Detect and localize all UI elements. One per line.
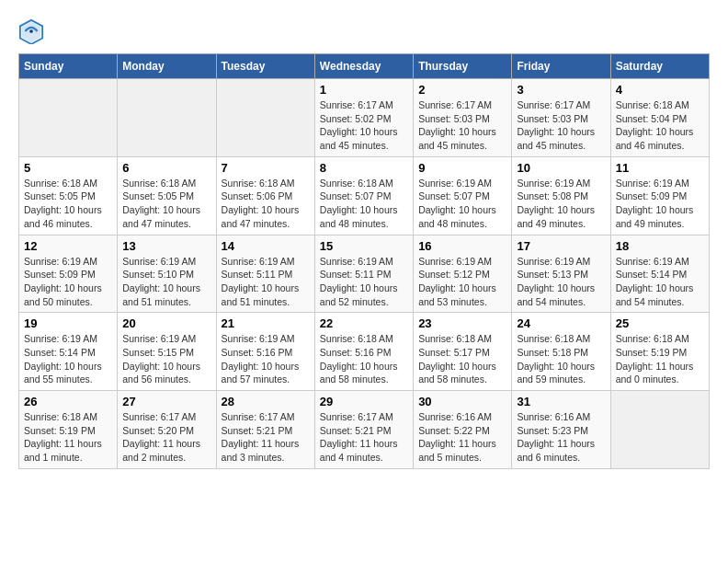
svg-point-2: [29, 29, 33, 33]
calendar-header: SundayMondayTuesdayWednesdayThursdayFrid…: [19, 54, 710, 79]
weekday-header-tuesday: Tuesday: [216, 54, 314, 79]
day-number: 7: [222, 161, 310, 175]
day-number: 12: [24, 239, 112, 253]
day-info: Sunrise: 6:18 AM Sunset: 5:19 PM Dayligh…: [24, 410, 112, 465]
calendar-cell: 10Sunrise: 6:19 AM Sunset: 5:08 PM Dayli…: [512, 156, 610, 235]
calendar-cell: 27Sunrise: 6:17 AM Sunset: 5:20 PM Dayli…: [118, 391, 216, 469]
day-number: 25: [616, 316, 704, 330]
calendar-cell: 7Sunrise: 6:18 AM Sunset: 5:06 PM Daylig…: [216, 156, 314, 235]
calendar-week-row: 5Sunrise: 6:18 AM Sunset: 5:05 PM Daylig…: [19, 156, 710, 235]
day-number: 13: [122, 239, 210, 253]
calendar-cell: 4Sunrise: 6:18 AM Sunset: 5:04 PM Daylig…: [610, 79, 709, 157]
calendar-cell: 24Sunrise: 6:18 AM Sunset: 5:18 PM Dayli…: [512, 313, 610, 391]
calendar-cell: 1Sunrise: 6:17 AM Sunset: 5:02 PM Daylig…: [314, 79, 413, 157]
calendar-cell: 12Sunrise: 6:19 AM Sunset: 5:09 PM Dayli…: [19, 235, 118, 313]
day-info: Sunrise: 6:19 AM Sunset: 5:11 PM Dayligh…: [320, 255, 408, 309]
calendar-cell: [118, 79, 216, 157]
calendar-cell: 20Sunrise: 6:19 AM Sunset: 5:15 PM Dayli…: [118, 313, 216, 391]
day-info: Sunrise: 6:17 AM Sunset: 5:21 PM Dayligh…: [222, 410, 310, 465]
day-info: Sunrise: 6:18 AM Sunset: 5:05 PM Dayligh…: [122, 177, 210, 231]
calendar-cell: 21Sunrise: 6:19 AM Sunset: 5:16 PM Dayli…: [216, 313, 314, 391]
calendar-cell: 31Sunrise: 6:16 AM Sunset: 5:23 PM Dayli…: [512, 391, 610, 469]
day-info: Sunrise: 6:18 AM Sunset: 5:06 PM Dayligh…: [222, 177, 310, 231]
day-number: 29: [320, 395, 408, 408]
calendar-cell: [610, 391, 709, 469]
day-number: 4: [616, 83, 704, 97]
calendar-cell: 26Sunrise: 6:18 AM Sunset: 5:19 PM Dayli…: [19, 391, 118, 469]
calendar-cell: 25Sunrise: 6:18 AM Sunset: 5:19 PM Dayli…: [610, 313, 709, 391]
day-info: Sunrise: 6:19 AM Sunset: 5:15 PM Dayligh…: [122, 332, 210, 386]
day-info: Sunrise: 6:19 AM Sunset: 5:11 PM Dayligh…: [222, 255, 310, 309]
day-info: Sunrise: 6:19 AM Sunset: 5:13 PM Dayligh…: [517, 255, 605, 309]
calendar-cell: 11Sunrise: 6:19 AM Sunset: 5:09 PM Dayli…: [610, 156, 709, 235]
day-number: 28: [222, 395, 310, 408]
calendar-week-row: 1Sunrise: 6:17 AM Sunset: 5:02 PM Daylig…: [19, 79, 710, 157]
calendar-cell: [216, 79, 314, 157]
calendar-cell: 2Sunrise: 6:17 AM Sunset: 5:03 PM Daylig…: [414, 79, 512, 157]
calendar-cell: 15Sunrise: 6:19 AM Sunset: 5:11 PM Dayli…: [314, 235, 413, 313]
calendar-cell: 23Sunrise: 6:18 AM Sunset: 5:17 PM Dayli…: [414, 313, 512, 391]
day-info: Sunrise: 6:16 AM Sunset: 5:23 PM Dayligh…: [517, 410, 605, 465]
day-info: Sunrise: 6:19 AM Sunset: 5:08 PM Dayligh…: [517, 177, 605, 231]
logo: [18, 18, 48, 44]
calendar-cell: [19, 79, 118, 157]
day-number: 22: [320, 316, 408, 330]
calendar-cell: 18Sunrise: 6:19 AM Sunset: 5:14 PM Dayli…: [610, 235, 709, 313]
calendar-cell: 14Sunrise: 6:19 AM Sunset: 5:11 PM Dayli…: [216, 235, 314, 313]
day-number: 14: [222, 239, 310, 253]
day-info: Sunrise: 6:19 AM Sunset: 5:09 PM Dayligh…: [24, 255, 112, 309]
calendar-cell: 19Sunrise: 6:19 AM Sunset: 5:14 PM Dayli…: [19, 313, 118, 391]
day-info: Sunrise: 6:17 AM Sunset: 5:03 PM Dayligh…: [418, 98, 506, 153]
day-number: 17: [517, 239, 605, 253]
calendar-cell: 17Sunrise: 6:19 AM Sunset: 5:13 PM Dayli…: [512, 235, 610, 313]
weekday-header-friday: Friday: [512, 54, 610, 79]
day-info: Sunrise: 6:18 AM Sunset: 5:18 PM Dayligh…: [517, 332, 605, 386]
day-info: Sunrise: 6:16 AM Sunset: 5:22 PM Dayligh…: [418, 410, 506, 465]
day-number: 20: [122, 316, 210, 330]
day-number: 9: [418, 161, 506, 175]
day-number: 23: [418, 316, 506, 330]
day-info: Sunrise: 6:19 AM Sunset: 5:07 PM Dayligh…: [418, 177, 506, 231]
day-number: 24: [517, 316, 605, 330]
day-info: Sunrise: 6:19 AM Sunset: 5:10 PM Dayligh…: [122, 255, 210, 309]
weekday-header-sunday: Sunday: [19, 54, 118, 79]
day-number: 30: [418, 395, 506, 408]
day-number: 10: [517, 161, 605, 175]
day-info: Sunrise: 6:19 AM Sunset: 5:12 PM Dayligh…: [418, 255, 506, 309]
day-number: 27: [122, 395, 210, 408]
calendar-week-row: 26Sunrise: 6:18 AM Sunset: 5:19 PM Dayli…: [19, 391, 710, 469]
day-number: 19: [24, 316, 112, 330]
day-info: Sunrise: 6:17 AM Sunset: 5:21 PM Dayligh…: [320, 410, 408, 465]
day-info: Sunrise: 6:18 AM Sunset: 5:16 PM Dayligh…: [320, 332, 408, 386]
day-info: Sunrise: 6:18 AM Sunset: 5:04 PM Dayligh…: [616, 98, 704, 153]
day-info: Sunrise: 6:17 AM Sunset: 5:02 PM Dayligh…: [320, 98, 408, 153]
day-number: 3: [517, 83, 605, 97]
day-info: Sunrise: 6:18 AM Sunset: 5:19 PM Dayligh…: [616, 332, 704, 386]
weekday-header-monday: Monday: [118, 54, 216, 79]
calendar-cell: 22Sunrise: 6:18 AM Sunset: 5:16 PM Dayli…: [314, 313, 413, 391]
day-number: 21: [222, 316, 310, 330]
day-info: Sunrise: 6:17 AM Sunset: 5:20 PM Dayligh…: [122, 410, 210, 465]
day-number: 26: [24, 395, 112, 408]
weekday-header-thursday: Thursday: [414, 54, 512, 79]
day-info: Sunrise: 6:18 AM Sunset: 5:05 PM Dayligh…: [24, 177, 112, 231]
calendar-cell: 28Sunrise: 6:17 AM Sunset: 5:21 PM Dayli…: [216, 391, 314, 469]
logo-icon: [18, 18, 44, 44]
calendar-body: 1Sunrise: 6:17 AM Sunset: 5:02 PM Daylig…: [19, 79, 710, 469]
calendar-week-row: 12Sunrise: 6:19 AM Sunset: 5:09 PM Dayli…: [19, 235, 710, 313]
calendar-cell: 6Sunrise: 6:18 AM Sunset: 5:05 PM Daylig…: [118, 156, 216, 235]
weekday-header-row: SundayMondayTuesdayWednesdayThursdayFrid…: [19, 54, 710, 79]
day-number: 5: [24, 161, 112, 175]
day-number: 6: [122, 161, 210, 175]
day-info: Sunrise: 6:18 AM Sunset: 5:17 PM Dayligh…: [418, 332, 506, 386]
calendar-cell: 29Sunrise: 6:17 AM Sunset: 5:21 PM Dayli…: [314, 391, 413, 469]
day-info: Sunrise: 6:17 AM Sunset: 5:03 PM Dayligh…: [517, 98, 605, 153]
day-number: 1: [320, 83, 408, 97]
day-number: 15: [320, 239, 408, 253]
calendar-cell: 8Sunrise: 6:18 AM Sunset: 5:07 PM Daylig…: [314, 156, 413, 235]
day-info: Sunrise: 6:18 AM Sunset: 5:07 PM Dayligh…: [320, 177, 408, 231]
day-number: 31: [517, 395, 605, 408]
calendar-table: SundayMondayTuesdayWednesdayThursdayFrid…: [18, 53, 710, 469]
calendar-week-row: 19Sunrise: 6:19 AM Sunset: 5:14 PM Dayli…: [19, 313, 710, 391]
calendar-cell: 13Sunrise: 6:19 AM Sunset: 5:10 PM Dayli…: [118, 235, 216, 313]
